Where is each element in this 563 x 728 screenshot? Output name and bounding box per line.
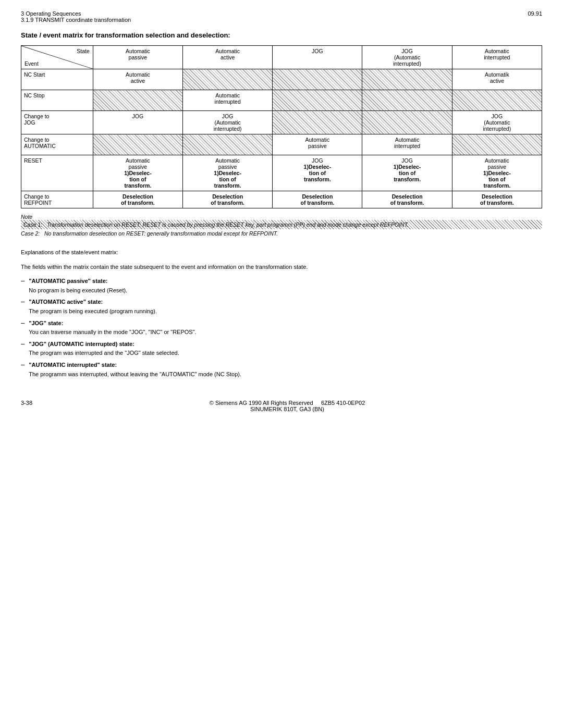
- cell-r4-c3: JOG1)Deselec-tion oftransform.: [362, 155, 452, 191]
- table-row: RESETAutomaticpassive1)Deselec-tion oftr…: [21, 155, 542, 191]
- table-row: Change toAUTOMATICAutomaticpassiveAutoma…: [21, 134, 542, 155]
- section-title: State / event matrix for transformation …: [21, 31, 542, 39]
- bullet-label: "JOG" state:: [29, 320, 63, 326]
- bullet-dash-icon: –: [21, 319, 25, 328]
- bullet-desc: The program is being executed (program r…: [29, 308, 157, 314]
- event-cell-2: Change toJOG: [21, 111, 93, 134]
- cell-r0-c0: Automaticactive: [93, 69, 182, 90]
- cell-r3-c2: Automaticpassive: [273, 134, 362, 155]
- cell-r2-c0: JOG: [93, 111, 182, 134]
- bullet-label: "AUTOMATIC interrupted" state:: [29, 362, 117, 368]
- bullet-dash-icon: –: [21, 340, 25, 349]
- bullet-item-2: – "JOG" state: You can traverse manually…: [21, 319, 542, 337]
- bullet-desc: The program was interrupted and the "JOG…: [29, 350, 179, 356]
- cell-r0-c4: Automatikactive: [452, 69, 542, 90]
- note-case-1: Case 1: Transformation deselection on RE…: [21, 220, 542, 229]
- note-section: Note Case 1: Transformation deselection …: [21, 214, 542, 238]
- cell-r1-c0: [93, 90, 182, 111]
- explanation-section: Explanations of the state/event matrix: …: [21, 248, 542, 379]
- bullet-dash-icon: –: [21, 277, 25, 286]
- cell-r1-c4: [452, 90, 542, 111]
- cell-r5-c2: Deselectionof transform.: [273, 191, 362, 208]
- event-cell-5: Change toREFPOINT: [21, 191, 93, 208]
- note-case2-label: Case 2:: [21, 230, 40, 237]
- cell-r5-c0: Deselectionof transform.: [93, 191, 182, 208]
- explanation-intro: The fields within the matrix contain the…: [21, 263, 542, 272]
- cell-r4-c4: Automaticpassive1)Deselec-tion oftransfo…: [452, 155, 542, 191]
- bullet-desc: The programm was interrupted, without le…: [29, 371, 241, 377]
- bullet-item-3: – "JOG" (AUTOMATIC interrupted) state: T…: [21, 340, 542, 358]
- corner-event-label: Event: [25, 60, 39, 67]
- cell-r3-c3: Automaticinterrupted: [362, 134, 452, 155]
- note-case-2: Case 2: No transformation deselection on…: [21, 229, 542, 238]
- event-cell-1: NC Stop: [21, 90, 93, 111]
- bullet-item-4: – "AUTOMATIC interrupted" state: The pro…: [21, 361, 542, 379]
- col-header-3: JOG (Automatic interrupted): [362, 46, 452, 69]
- table-row: NC StopAutomaticinterrupted: [21, 90, 542, 111]
- bullet-item-0: – "AUTOMATIC passive" state: No program …: [21, 277, 542, 295]
- note-title: Note: [21, 214, 542, 220]
- event-cell-3: Change toAUTOMATIC: [21, 134, 93, 155]
- header-left-line2: 3.1.9 TRANSMIT coordinate transformation: [21, 17, 131, 23]
- state-event-matrix: State Event Automatic passive Automatic …: [21, 45, 542, 208]
- cell-r3-c1: [183, 134, 273, 155]
- note-case1-label: Case 1:: [23, 221, 42, 228]
- cell-r4-c0: Automaticpassive1)Deselec-tion oftransfo…: [93, 155, 182, 191]
- header-left-line1: 3 Operating Sequences: [21, 10, 131, 17]
- table-row: Change toJOGJOGJOG(Automaticinterrupted)…: [21, 111, 542, 134]
- bullet-item-1: – "AUTOMATIC active" state: The program …: [21, 298, 542, 316]
- note-case2-text: No transformation deselection on RESET: …: [44, 230, 278, 237]
- cell-r1-c3: [362, 90, 452, 111]
- col-header-1: Automatic active: [183, 46, 273, 69]
- cell-r0-c2: [273, 69, 362, 90]
- bullet-label: "JOG" (AUTOMATIC interrupted) state:: [29, 341, 134, 347]
- bullet-dash-icon: –: [21, 361, 25, 369]
- cell-r5-c3: Deselectionof transform.: [362, 191, 452, 208]
- cell-r5-c1: Deselectionof transform.: [183, 191, 273, 208]
- cell-r5-c4: Deselectionof transform.: [452, 191, 542, 208]
- col-header-4: Automatic interrupted: [452, 46, 542, 69]
- bullet-dash-icon: –: [21, 298, 25, 306]
- table-row: Change toREFPOINTDeselectionof transform…: [21, 191, 542, 208]
- cell-r2-c2: [273, 111, 362, 134]
- cell-r1-c2: [273, 90, 362, 111]
- event-cell-0: NC Start: [21, 69, 93, 90]
- col-header-2: JOG: [273, 46, 362, 69]
- col-header-0: Automatic passive: [93, 46, 182, 69]
- footer-copyright: © Siemens AG 1990 All Rights Reserved 6Z…: [210, 400, 365, 412]
- event-cell-4: RESET: [21, 155, 93, 191]
- explanation-title: Explanations of the state/event matrix:: [21, 248, 542, 257]
- corner-state-label: State: [77, 48, 90, 54]
- footer-page-number: 3-38: [21, 400, 32, 412]
- cell-r2-c4: JOG(Automaticinterrupted): [452, 111, 542, 134]
- bullet-desc: No program is being executed (Reset).: [29, 287, 127, 293]
- cell-r0-c3: [362, 69, 452, 90]
- bullet-label: "AUTOMATIC passive" state:: [29, 278, 107, 284]
- cell-r0-c1: [183, 69, 273, 90]
- page-header: 3 Operating Sequences 3.1.9 TRANSMIT coo…: [21, 10, 542, 23]
- table-row: NC StartAutomaticactiveAutomatikactive: [21, 69, 542, 90]
- header-left: 3 Operating Sequences 3.1.9 TRANSMIT coo…: [21, 10, 131, 23]
- cell-r3-c0: [93, 134, 182, 155]
- page-footer: 3-38 © Siemens AG 1990 All Rights Reserv…: [21, 400, 542, 412]
- cell-r1-c1: Automaticinterrupted: [183, 90, 273, 111]
- table-corner-cell: State Event: [21, 46, 93, 69]
- cell-r4-c2: JOG1)Deselec-tion oftransform.: [273, 155, 362, 191]
- bullet-desc: You can traverse manually in the mode "J…: [29, 329, 196, 335]
- cell-r2-c3: [362, 111, 452, 134]
- header-right: 09.91: [528, 10, 542, 23]
- bullet-label: "AUTOMATIC active" state:: [29, 299, 103, 305]
- cell-r3-c4: [452, 134, 542, 155]
- cell-r2-c1: JOG(Automaticinterrupted): [183, 111, 273, 134]
- bullet-list: – "AUTOMATIC passive" state: No program …: [21, 277, 542, 379]
- note-case1-text: Transformation deselection on RESET: RES…: [47, 221, 409, 228]
- cell-r4-c1: Automaticpassive1)Deselec-tion oftransfo…: [183, 155, 273, 191]
